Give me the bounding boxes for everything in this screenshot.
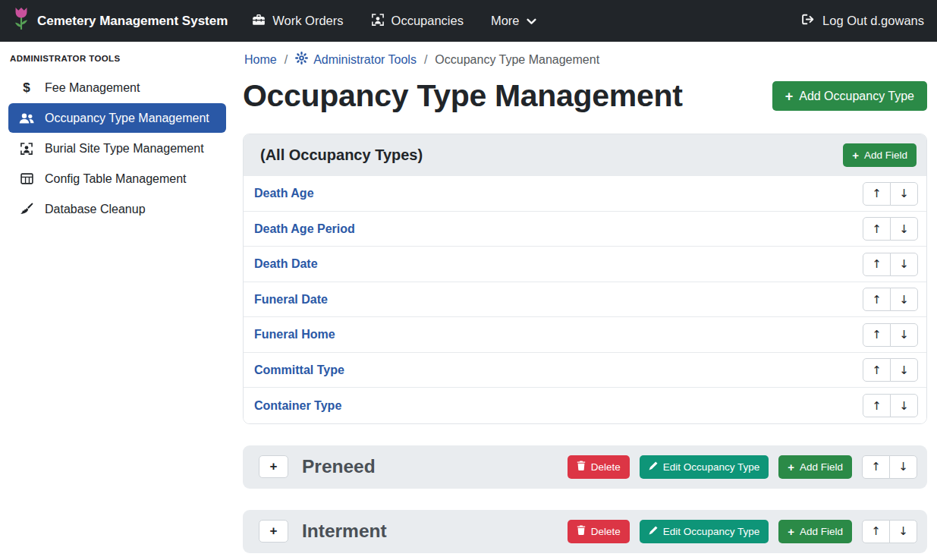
move-up-button[interactable]: ↑ bbox=[862, 455, 890, 479]
add-field-button[interactable]: + Add Field bbox=[843, 143, 917, 167]
breadcrumb-separator: / bbox=[285, 53, 288, 67]
sidebar: Administrator Tools $ Fee Management Occ… bbox=[0, 42, 234, 560]
arrow-down-icon: ↓ bbox=[899, 222, 909, 236]
field-link[interactable]: Death Age bbox=[254, 187, 314, 200]
sidebar-item-config-table-management[interactable]: Config Table Management bbox=[8, 164, 226, 193]
field-row: Committal Type ↑ ↓ bbox=[244, 353, 926, 389]
arrow-down-icon: ↓ bbox=[898, 524, 908, 538]
section-actions: Delete Edit Occupancy Type + Add Field ↑ bbox=[568, 520, 917, 543]
gear-icon bbox=[295, 52, 308, 68]
broom-icon bbox=[17, 203, 36, 216]
plus-icon: + bbox=[270, 524, 278, 539]
nav-item-label: Work Orders bbox=[272, 14, 343, 28]
move-down-button[interactable]: ↓ bbox=[890, 253, 918, 276]
breadcrumb-separator: / bbox=[424, 53, 427, 67]
field-link[interactable]: Funeral Date bbox=[254, 293, 328, 307]
sidebar-item-label: Fee Management bbox=[45, 81, 140, 95]
move-up-button[interactable]: ↑ bbox=[863, 358, 891, 382]
nav-item-more[interactable]: More bbox=[477, 14, 550, 28]
move-down-button[interactable]: ↓ bbox=[889, 455, 917, 479]
field-row: Death Age ↑ ↓ bbox=[244, 176, 926, 212]
breadcrumb-home-link[interactable]: Home bbox=[244, 53, 277, 67]
field-link[interactable]: Funeral Home bbox=[254, 328, 335, 341]
sidebar-item-database-cleanup[interactable]: Database Cleanup bbox=[8, 194, 226, 224]
reorder-buttons: ↑ ↓ bbox=[863, 394, 918, 417]
field-row: Death Date ↑ ↓ bbox=[244, 247, 926, 282]
person-frame-icon bbox=[371, 13, 385, 30]
field-row: Funeral Date ↑ ↓ bbox=[244, 282, 926, 318]
move-down-button[interactable]: ↓ bbox=[890, 217, 918, 241]
expand-button[interactable]: + bbox=[259, 455, 288, 478]
delete-button[interactable]: Delete bbox=[568, 520, 630, 543]
delete-label: Delete bbox=[591, 461, 621, 473]
section-title: Preneed bbox=[302, 456, 376, 477]
tulip-logo-icon bbox=[13, 7, 30, 35]
expand-button[interactable]: + bbox=[259, 520, 288, 543]
field-link[interactable]: Death Age Period bbox=[254, 222, 355, 236]
move-up-button[interactable]: ↑ bbox=[863, 394, 891, 417]
move-down-button[interactable]: ↓ bbox=[890, 358, 918, 382]
arrow-up-icon: ↑ bbox=[871, 524, 881, 538]
move-down-button[interactable]: ↓ bbox=[890, 182, 918, 206]
arrow-down-icon: ↓ bbox=[899, 257, 909, 271]
breadcrumb-admin-tools-label: Administrator Tools bbox=[313, 53, 417, 67]
breadcrumb-home-label: Home bbox=[244, 53, 277, 67]
field-row: Death Age Period ↑ ↓ bbox=[244, 212, 926, 247]
navbar-brand[interactable]: Cemetery Management System bbox=[13, 7, 228, 35]
arrow-up-icon: ↑ bbox=[872, 399, 882, 413]
move-up-button[interactable]: ↑ bbox=[863, 288, 891, 311]
edit-occupancy-type-button[interactable]: Edit Occupancy Type bbox=[640, 455, 769, 479]
move-down-button[interactable]: ↓ bbox=[889, 520, 917, 543]
sidebar-item-occupancy-type-management[interactable]: Occupancy Type Management bbox=[8, 103, 226, 133]
arrow-down-icon: ↓ bbox=[899, 293, 909, 307]
reorder-buttons: ↑ ↓ bbox=[863, 358, 918, 382]
delete-button[interactable]: Delete bbox=[568, 455, 630, 479]
sidebar-item-label: Config Table Management bbox=[45, 172, 187, 186]
section-preneed: + Preneed Delete bbox=[243, 445, 927, 489]
delete-label: Delete bbox=[591, 526, 621, 537]
add-occupancy-type-label: Add Occupancy Type bbox=[799, 90, 914, 103]
breadcrumb-admin-tools-link[interactable]: Administrator Tools bbox=[295, 52, 417, 68]
field-link[interactable]: Death Date bbox=[254, 257, 318, 271]
breadcrumb: Home / Administrator Tools / Occupancy T… bbox=[243, 49, 927, 68]
sidebar-item-label: Occupancy Type Management bbox=[45, 112, 209, 125]
section-title: Interment bbox=[302, 521, 387, 542]
move-up-button[interactable]: ↑ bbox=[863, 182, 891, 206]
all-occupancy-types-card: (All Occupancy Types) + Add Field Death … bbox=[243, 134, 927, 424]
top-navbar: Cemetery Management System Work Orders O… bbox=[0, 0, 937, 42]
nav-item-label: More bbox=[491, 14, 520, 28]
sidebar-item-burial-site-type-management[interactable]: Burial Site Type Management bbox=[8, 134, 226, 163]
field-link[interactable]: Container Type bbox=[254, 399, 341, 413]
pencil-icon bbox=[649, 461, 658, 473]
field-row: Container Type ↑ ↓ bbox=[244, 388, 926, 423]
arrow-up-icon: ↑ bbox=[872, 328, 882, 341]
move-up-button[interactable]: ↑ bbox=[862, 520, 890, 543]
field-row: Funeral Home ↑ ↓ bbox=[244, 317, 926, 353]
edit-label: Edit Occupancy Type bbox=[663, 526, 759, 537]
arrow-up-icon: ↑ bbox=[871, 460, 881, 473]
move-up-button[interactable]: ↑ bbox=[863, 253, 891, 276]
section-actions: Delete Edit Occupancy Type + Add Field ↑ bbox=[568, 455, 917, 479]
move-up-button[interactable]: ↑ bbox=[863, 217, 891, 241]
sidebar-item-fee-management[interactable]: $ Fee Management bbox=[8, 73, 226, 102]
move-up-button[interactable]: ↑ bbox=[863, 323, 891, 347]
add-occupancy-type-button[interactable]: + Add Occupancy Type bbox=[772, 81, 927, 111]
logout-label: Log Out d.gowans bbox=[822, 14, 924, 28]
move-down-button[interactable]: ↓ bbox=[890, 288, 918, 311]
add-field-button[interactable]: + Add Field bbox=[778, 455, 852, 479]
reorder-buttons: ↑ ↓ bbox=[863, 182, 918, 206]
move-down-button[interactable]: ↓ bbox=[890, 394, 918, 417]
page-title: Occupancy Type Management bbox=[243, 77, 683, 115]
arrow-up-icon: ↑ bbox=[872, 257, 882, 271]
breadcrumb-current: Occupancy Type Management bbox=[435, 53, 599, 67]
reorder-buttons: ↑ ↓ bbox=[863, 323, 918, 347]
table-icon bbox=[17, 172, 36, 185]
edit-occupancy-type-button[interactable]: Edit Occupancy Type bbox=[640, 520, 769, 543]
nav-item-occupancies[interactable]: Occupancies bbox=[357, 13, 477, 30]
move-down-button[interactable]: ↓ bbox=[890, 323, 918, 347]
card-title: (All Occupancy Types) bbox=[260, 146, 423, 164]
nav-item-work-orders[interactable]: Work Orders bbox=[238, 13, 357, 30]
logout-button[interactable]: Log Out d.gowans bbox=[801, 13, 924, 29]
field-link[interactable]: Committal Type bbox=[254, 363, 344, 377]
add-field-button[interactable]: + Add Field bbox=[778, 520, 852, 543]
